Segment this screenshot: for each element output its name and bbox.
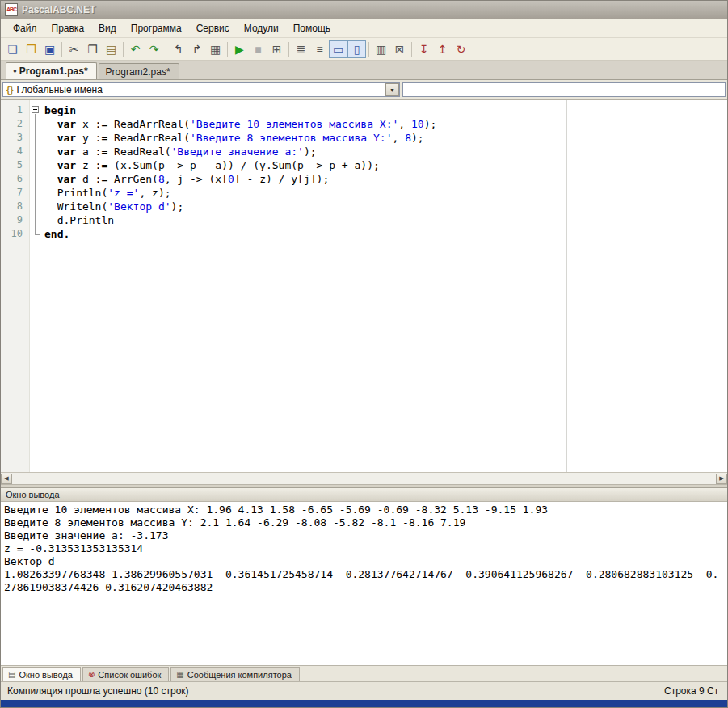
code-line[interactable]: var a := ReadReal('Введите значение a:')… <box>44 145 727 158</box>
toolbar-separator <box>411 42 412 57</box>
code-token: d := ArrGen( <box>76 173 158 185</box>
code-token: 'Введите значение a:' <box>171 145 304 158</box>
code-line[interactable]: var x := ReadArrReal('Введите 10 элемент… <box>44 117 727 131</box>
bottom-tab-output[interactable]: ▤Окно вывода <box>2 667 81 681</box>
code-line[interactable]: var z := (x.Sum(p -> p - a)) / (y.Sum(p … <box>44 158 727 172</box>
menu-program[interactable]: Программа <box>124 20 189 36</box>
horizontal-scrollbar[interactable]: ◀ ▶ <box>1 473 727 485</box>
fold-marker <box>30 117 41 131</box>
names-combobox[interactable]: {} Глобальные имена ▼ <box>2 82 400 97</box>
status-bar: Компиляция прошла успешно (10 строк) Стр… <box>1 681 727 700</box>
output-line: Введите 10 элементов массива X: 1.96 4.1… <box>4 504 724 516</box>
members-combobox[interactable] <box>402 82 726 97</box>
code-token: , z); <box>139 187 170 199</box>
print-button[interactable]: ▦ <box>206 40 225 58</box>
output-line: z = -0.313531353135314 <box>4 542 724 555</box>
line-number-gutter: 12345678910 <box>1 100 30 472</box>
tab-label: Program2.pas* <box>106 66 170 78</box>
nav-forward-button[interactable]: ↱ <box>187 40 206 58</box>
save-button[interactable]: ▣ <box>40 40 59 58</box>
window-title: PascalABC.NET <box>22 4 95 15</box>
code-line[interactable]: d.Println <box>44 213 727 227</box>
cut-button[interactable]: ✂ <box>65 40 83 58</box>
open-file-button[interactable]: ❒ <box>22 40 40 58</box>
line-number: 1 <box>1 103 23 117</box>
insert-snippet-button[interactable]: ≡ <box>310 40 329 58</box>
output-line: Вектор d <box>4 555 724 568</box>
tab-label: Program1.pas* <box>19 65 88 77</box>
caret-position: Строка 9 Ст <box>659 682 727 700</box>
recompile-module-button[interactable]: ↻ <box>452 40 470 58</box>
code-token: , <box>398 118 411 130</box>
code-token: end. <box>44 228 69 240</box>
breakpoints-button[interactable]: ⊠ <box>390 40 409 58</box>
code-token <box>44 145 57 158</box>
output-text[interactable]: Введите 10 элементов массива X: 1.96 4.1… <box>1 502 727 665</box>
stop-button: ■ <box>249 40 267 58</box>
code-token: ); <box>411 132 424 144</box>
bottom-tab-label: Сообщения компилятора <box>187 670 292 680</box>
output-window-icon: ▤ <box>8 671 15 679</box>
code-line[interactable]: end. <box>44 227 727 241</box>
code-token <box>44 159 57 171</box>
code-line[interactable]: Writeln('Вектор d'); <box>44 200 727 213</box>
menu-edit[interactable]: Правка <box>44 20 92 36</box>
format-source-button[interactable]: ≣ <box>292 40 310 58</box>
undo-button[interactable]: ↶ <box>126 40 145 58</box>
toolbar-separator <box>227 42 228 57</box>
output-line: Введите 8 элементов массива Y: 2.1 1.64 … <box>4 516 724 529</box>
menu-service[interactable]: Сервис <box>189 20 237 36</box>
code-line[interactable]: var y := ReadArrReal('Введите 8 элементо… <box>44 131 727 145</box>
menu-view[interactable]: Вид <box>91 20 124 36</box>
status-message: Компиляция прошла успешно (10 строк) <box>7 685 659 697</box>
compile-button[interactable]: ⊞ <box>267 40 286 58</box>
toolbar-separator <box>288 42 289 57</box>
menu-help[interactable]: Помощь <box>286 20 338 36</box>
run-button[interactable]: ▶ <box>230 40 249 58</box>
bottom-tab-compiler[interactable]: ▦Сообщения компилятора <box>170 667 300 681</box>
tab-program1[interactable]: ●Program1.pas* <box>6 62 97 79</box>
app-icon[interactable]: ABC <box>5 3 18 16</box>
menu-modules[interactable]: Модули <box>237 20 286 36</box>
tab-program2[interactable]: Program2.pas* <box>99 63 179 79</box>
combobox-dropdown-button[interactable]: ▼ <box>385 83 399 96</box>
code-editor[interactable]: begin var x := ReadArrReal('Введите 10 э… <box>41 100 727 472</box>
code-token: ); <box>304 145 317 158</box>
new-file-button[interactable]: ❏ <box>3 40 22 58</box>
fold-column <box>30 100 41 472</box>
code-token: 8 <box>405 132 411 144</box>
fold-marker <box>30 213 41 227</box>
scroll-left-button[interactable]: ◀ <box>1 474 12 484</box>
fold-marker[interactable] <box>30 103 41 117</box>
code-token: var <box>57 145 76 158</box>
toggle-output-window-button[interactable]: ▭ <box>329 40 347 58</box>
attach-module-button[interactable]: ↧ <box>414 40 433 58</box>
bottom-tab-errors[interactable]: ⊗Список ошибок <box>82 667 169 681</box>
nav-back-button[interactable]: ↰ <box>169 40 187 58</box>
code-line[interactable]: begin <box>44 103 727 117</box>
code-token: var <box>57 159 76 171</box>
code-token: d.Println <box>44 214 114 226</box>
scrollbar-track[interactable] <box>12 474 716 484</box>
code-token: var <box>57 118 76 130</box>
code-line[interactable]: Println('z =', z); <box>44 186 727 200</box>
collapse-box-icon[interactable] <box>32 106 39 113</box>
code-token: , j -> (x[ <box>165 173 228 185</box>
code-line[interactable]: var d := ArrGen(8, j -> (x[0] - z) / y[j… <box>44 172 727 186</box>
scroll-right-button[interactable]: ▶ <box>716 474 727 484</box>
toggle-error-list-button[interactable]: ▯ <box>347 40 366 58</box>
code-token: 0 <box>228 173 234 185</box>
copy-button[interactable]: ❐ <box>83 40 102 58</box>
code-token: y := ReadArrReal( <box>76 132 190 144</box>
code-token: var <box>57 173 76 185</box>
redo-button[interactable]: ↷ <box>145 40 163 58</box>
watch-window-button[interactable]: ▥ <box>372 40 390 58</box>
paste-button[interactable]: ▤ <box>102 40 120 58</box>
bottom-tab-label: Список ошибок <box>98 670 161 680</box>
menu-file[interactable]: Файл <box>6 20 44 36</box>
line-number: 2 <box>1 117 23 131</box>
toolbar-separator <box>368 42 369 57</box>
editor-area: 12345678910 begin var x := ReadArrReal('… <box>1 100 727 473</box>
line-number: 9 <box>1 213 23 227</box>
detach-module-button[interactable]: ↥ <box>433 40 452 58</box>
